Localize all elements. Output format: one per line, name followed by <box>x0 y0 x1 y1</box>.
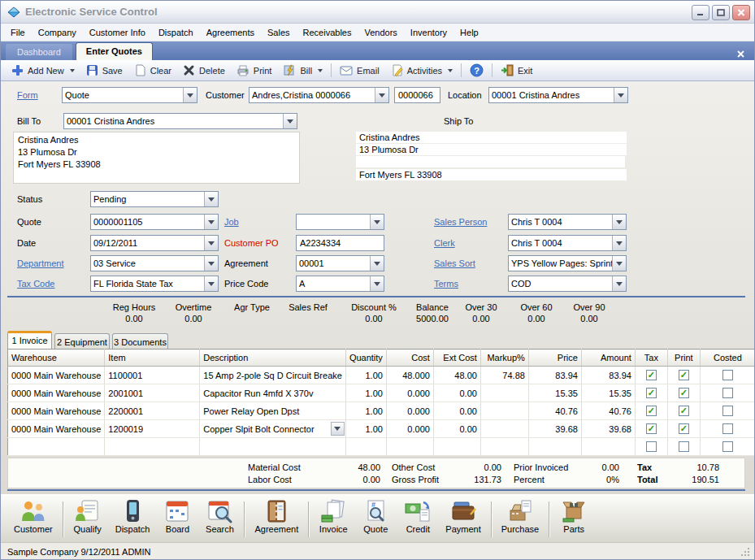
tax-checkbox[interactable]: ✓ <box>646 370 657 380</box>
price-code-select[interactable]: A <box>296 276 384 292</box>
department-link[interactable]: Department <box>17 258 63 268</box>
print-button[interactable]: Print <box>231 63 278 78</box>
add-new-button[interactable]: Add New <box>6 63 80 78</box>
nav-payment-button[interactable]: Payment <box>439 498 487 535</box>
chevron-down-icon[interactable] <box>204 236 218 250</box>
nav-qualify-button[interactable]: Qualify <box>67 498 109 535</box>
clear-button[interactable]: Clear <box>128 63 177 78</box>
menu-receivables[interactable]: Receivables <box>297 25 358 40</box>
nav-search-button[interactable]: Search <box>198 498 241 535</box>
print-checkbox[interactable] <box>679 441 689 452</box>
customer-po-field[interactable]: A2234334 <box>296 235 384 251</box>
delete-button[interactable]: Delete <box>177 63 231 78</box>
terms-link[interactable]: Terms <box>434 279 458 289</box>
save-button[interactable]: Save <box>80 63 128 78</box>
menu-vendors[interactable]: Vendors <box>358 25 403 40</box>
clerk-select[interactable]: Chris T 0004 <box>508 235 627 251</box>
resize-grip[interactable] <box>740 547 751 558</box>
chevron-down-icon[interactable] <box>204 192 218 206</box>
tab-equipment[interactable]: 2 Equipment <box>54 333 110 349</box>
nav-agreement-button[interactable]: Agreement <box>248 498 305 535</box>
tax-code-link[interactable]: Tax Code <box>17 279 54 289</box>
date-picker[interactable]: 09/12/2011 <box>90 235 219 251</box>
form-link[interactable]: Form <box>17 90 38 100</box>
nav-customer-button[interactable]: Customer <box>7 498 59 535</box>
table-row[interactable]: 0000 Main Warehouse 2001001 Capacitor Ru… <box>8 384 755 402</box>
tax-checkbox[interactable]: ✓ <box>646 388 657 398</box>
table-row[interactable]: 0000 Main Warehouse 1200019 Copper Slpit… <box>8 420 755 438</box>
sales-sort-link[interactable]: Sales Sort <box>434 258 475 268</box>
sales-sort-select[interactable]: YPS Yellow Pages: Sprint <box>508 255 627 271</box>
menu-company[interactable]: Company <box>32 25 83 40</box>
minimize-button[interactable] <box>692 5 709 20</box>
help-button[interactable]: ? <box>464 62 489 79</box>
costed-checkbox[interactable] <box>722 370 733 380</box>
costed-checkbox[interactable] <box>722 423 733 434</box>
nav-dispatch-button[interactable]: Dispatch <box>109 498 157 535</box>
status-select[interactable]: Pending <box>90 191 219 207</box>
table-row[interactable]: 0000 Main Warehouse 2200001 Power Relay … <box>8 402 755 420</box>
chevron-down-icon[interactable] <box>370 256 384 271</box>
form-type-select[interactable]: Quote <box>62 87 197 103</box>
chevron-down-icon[interactable] <box>204 215 218 229</box>
table-row-empty[interactable] <box>8 438 755 456</box>
ship-to-line-2[interactable]: 13 Plumosa Dr <box>356 144 627 155</box>
table-row[interactable]: 0000 Main Warehouse 1100001 15 Amp 2-pol… <box>8 367 755 384</box>
tax-checkbox[interactable]: ✓ <box>646 406 657 416</box>
email-button[interactable]: Email <box>334 63 385 77</box>
print-checkbox[interactable]: ✓ <box>679 423 689 434</box>
chevron-down-icon[interactable] <box>204 256 218 271</box>
menu-sales[interactable]: Sales <box>261 25 297 40</box>
print-checkbox[interactable]: ✓ <box>679 370 689 380</box>
location-select[interactable]: 00001 Cristina Andres <box>488 87 628 103</box>
bill-to-select[interactable]: 00001 Cristina Andres <box>63 113 297 129</box>
bill-button[interactable]: Bill <box>277 63 328 78</box>
menu-inventory[interactable]: Inventory <box>404 25 453 40</box>
menu-customer-info[interactable]: Customer Info <box>83 25 152 40</box>
chevron-down-icon[interactable] <box>612 276 626 291</box>
agreement-select[interactable]: 00001 <box>296 255 384 271</box>
menu-dispatch[interactable]: Dispatch <box>152 25 200 40</box>
chevron-down-icon[interactable] <box>375 88 388 102</box>
tab-close-icon[interactable] <box>737 46 744 61</box>
chevron-down-icon[interactable] <box>370 215 384 229</box>
close-button[interactable] <box>732 5 750 20</box>
print-checkbox[interactable]: ✓ <box>679 406 689 416</box>
terms-select[interactable]: COD <box>508 276 627 292</box>
customer-number-field[interactable]: 0000066 <box>394 87 440 103</box>
sales-person-link[interactable]: Sales Person <box>434 217 487 227</box>
job-link[interactable]: Job <box>224 217 239 227</box>
customer-select[interactable]: Andres,Cristina 0000066 <box>249 87 389 103</box>
nav-quote-button[interactable]: # Quote <box>354 498 397 535</box>
nav-credit-button[interactable]: Credit <box>397 498 439 535</box>
ship-to-line-1[interactable]: Cristina Andres <box>356 132 627 143</box>
tax-code-select[interactable]: FL Florida State Tax <box>90 276 219 292</box>
chevron-down-icon[interactable] <box>183 88 197 102</box>
chevron-down-icon[interactable] <box>370 276 384 291</box>
sales-person-select[interactable]: Chris T 0004 <box>508 214 627 230</box>
chevron-down-icon[interactable] <box>612 215 626 229</box>
chevron-down-icon[interactable] <box>612 256 626 271</box>
menu-file[interactable]: File <box>4 25 32 40</box>
quote-number-select[interactable]: 0000001105 <box>90 214 219 230</box>
tab-documents[interactable]: 3 Documents <box>112 333 168 349</box>
tab-invoice[interactable]: 1 Invoice <box>7 331 52 349</box>
job-select[interactable] <box>296 214 384 230</box>
tab-dashboard[interactable]: Dashboard <box>6 44 72 60</box>
ship-to-line-3[interactable] <box>356 156 625 167</box>
costed-checkbox[interactable] <box>722 406 733 416</box>
print-checkbox[interactable]: ✓ <box>679 388 689 398</box>
costed-checkbox[interactable] <box>722 441 733 452</box>
department-select[interactable]: 03 Service <box>90 255 219 271</box>
chevron-down-icon[interactable] <box>614 88 627 102</box>
nav-board-button[interactable]: Board <box>156 498 198 535</box>
menu-agreements[interactable]: Agreements <box>200 25 261 40</box>
menu-help[interactable]: Help <box>453 25 485 40</box>
exit-button[interactable]: Exit <box>495 63 538 78</box>
clerk-link[interactable]: Clerk <box>434 238 455 248</box>
tab-enter-quotes[interactable]: Enter Quotes <box>76 42 153 60</box>
nav-purchase-button[interactable]: Purchase <box>495 498 545 535</box>
maximize-button[interactable] <box>712 5 730 20</box>
chevron-down-icon[interactable] <box>612 236 626 250</box>
chevron-down-icon[interactable] <box>283 114 297 128</box>
